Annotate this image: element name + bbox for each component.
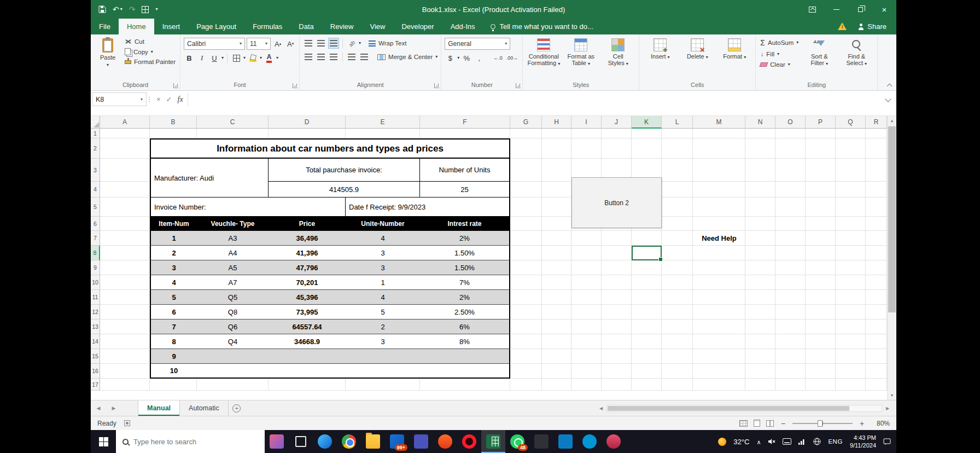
cell[interactable]	[662, 275, 693, 290]
cell[interactable]	[602, 305, 632, 320]
cell[interactable]	[662, 349, 693, 364]
tab-view[interactable]: View	[361, 19, 393, 34]
cell[interactable]	[806, 159, 836, 182]
invoice-number-cell[interactable]: Invoice Number:	[150, 198, 346, 217]
horizontal-scroll-track[interactable]	[606, 405, 882, 412]
table-cell-r15c4[interactable]	[346, 349, 420, 364]
sheet-tab-manual[interactable]: Manual	[138, 400, 180, 416]
cell[interactable]	[542, 320, 571, 334]
orientation-button[interactable]: ab	[346, 38, 357, 49]
manufacturer-cell[interactable]: Manufacturer: Audi	[150, 159, 269, 198]
cell[interactable]	[571, 334, 602, 349]
copy-button[interactable]: Copy▾	[124, 48, 177, 56]
table-cell-r15c2[interactable]	[197, 349, 269, 364]
brave-icon[interactable]	[433, 430, 457, 453]
clipboard-dialog-launcher[interactable]	[173, 83, 178, 88]
tab-page-layout[interactable]: Page Layout	[188, 19, 244, 34]
formula-bar-expand-button[interactable]	[883, 95, 893, 104]
scroll-up-button[interactable]: ▲	[888, 116, 896, 125]
cell[interactable]	[602, 260, 632, 275]
cell[interactable]	[745, 182, 775, 198]
table-header-4[interactable]: Unite-Number	[346, 217, 420, 231]
table-cell-r14c3[interactable]: 34668.9	[269, 334, 346, 349]
action-center-icon[interactable]	[883, 438, 891, 445]
alignment-dialog-launcher[interactable]	[434, 83, 439, 88]
github-icon[interactable]	[529, 430, 553, 453]
cell[interactable]	[806, 305, 836, 320]
cell[interactable]	[100, 334, 150, 349]
cell[interactable]	[346, 129, 420, 138]
row-header-4[interactable]: 4	[91, 182, 100, 198]
column-header-G[interactable]: G	[510, 116, 542, 129]
vertical-scroll-thumb[interactable]	[888, 126, 896, 312]
cell[interactable]	[197, 129, 269, 138]
cell[interactable]	[632, 320, 662, 334]
cell[interactable]	[775, 246, 806, 260]
cell[interactable]	[632, 129, 662, 138]
cell[interactable]	[693, 159, 745, 182]
clock[interactable]: 4:43 PM 9/11/2024	[850, 434, 876, 449]
cell[interactable]	[542, 364, 571, 379]
cell[interactable]	[571, 129, 602, 138]
table-cell-r15c3[interactable]	[269, 349, 346, 364]
cell[interactable]	[510, 198, 542, 217]
row-header-9[interactable]: 9	[91, 260, 100, 275]
table-cell-r16c5[interactable]	[420, 364, 510, 379]
cell[interactable]	[100, 320, 150, 334]
cell[interactable]	[806, 349, 836, 364]
folder-icon[interactable]	[361, 430, 385, 453]
cell[interactable]	[542, 379, 571, 391]
cell[interactable]	[662, 138, 693, 159]
cell[interactable]	[866, 217, 887, 231]
table-cell-r13c4[interactable]: 2	[346, 320, 420, 334]
cell[interactable]	[542, 198, 571, 217]
cell[interactable]	[602, 129, 632, 138]
table-cell-r9c4[interactable]: 3	[346, 260, 420, 275]
table-cell-r8c1[interactable]: 2	[150, 246, 197, 260]
bottom-align-button[interactable]	[328, 38, 339, 49]
cell[interactable]	[632, 305, 662, 320]
cell[interactable]	[836, 129, 866, 138]
new-sheet-button[interactable]: +	[229, 400, 245, 416]
cell[interactable]	[602, 379, 632, 391]
cell[interactable]	[806, 379, 836, 391]
volume-muted-icon[interactable]	[768, 438, 775, 445]
column-header-O[interactable]: O	[775, 116, 806, 129]
sheet-tab-automatic[interactable]: Automatic	[180, 400, 229, 416]
cell[interactable]	[693, 198, 745, 217]
accounting-dropdown-icon[interactable]: ▾	[457, 56, 459, 60]
cell[interactable]	[269, 379, 346, 391]
cell[interactable]	[662, 182, 693, 198]
cell[interactable]	[100, 379, 150, 391]
horizontal-scrollbar[interactable]: ◀ ▶	[597, 400, 896, 416]
taskbar-search[interactable]	[116, 430, 265, 453]
table-cell-r14c4[interactable]: 3	[346, 334, 420, 349]
zoom-out-button[interactable]: −	[780, 419, 786, 428]
row-header-14[interactable]: 14	[91, 334, 100, 349]
cell[interactable]	[806, 260, 836, 275]
cell[interactable]	[602, 320, 632, 334]
cell[interactable]	[542, 305, 571, 320]
cell[interactable]	[866, 320, 887, 334]
date-receipt-cell[interactable]: Date f Receipt: 9/9/2023	[346, 198, 510, 217]
table-cell-r8c3[interactable]: 41,396	[269, 246, 346, 260]
column-header-L[interactable]: L	[662, 116, 693, 129]
table-cell-r16c4[interactable]	[346, 364, 420, 379]
cell[interactable]	[866, 364, 887, 379]
cell[interactable]	[632, 275, 662, 290]
cell[interactable]	[571, 379, 602, 391]
cell[interactable]	[100, 198, 150, 217]
macro-record-icon[interactable]	[124, 420, 130, 426]
cell[interactable]	[693, 379, 745, 391]
cell[interactable]	[510, 349, 542, 364]
cell[interactable]	[542, 260, 571, 275]
sheet-title-cell[interactable]: Information about car numbers and types …	[150, 138, 510, 159]
cell[interactable]	[542, 138, 571, 159]
wrap-text-button[interactable]: Wrap Text	[369, 40, 406, 47]
table-cell-r7c1[interactable]: 1	[150, 231, 197, 246]
cell[interactable]	[510, 217, 542, 231]
tab-developer[interactable]: Developer	[393, 19, 442, 34]
cell[interactable]	[866, 260, 887, 275]
cell[interactable]	[571, 138, 602, 159]
touch-mode-icon[interactable]	[142, 6, 149, 13]
